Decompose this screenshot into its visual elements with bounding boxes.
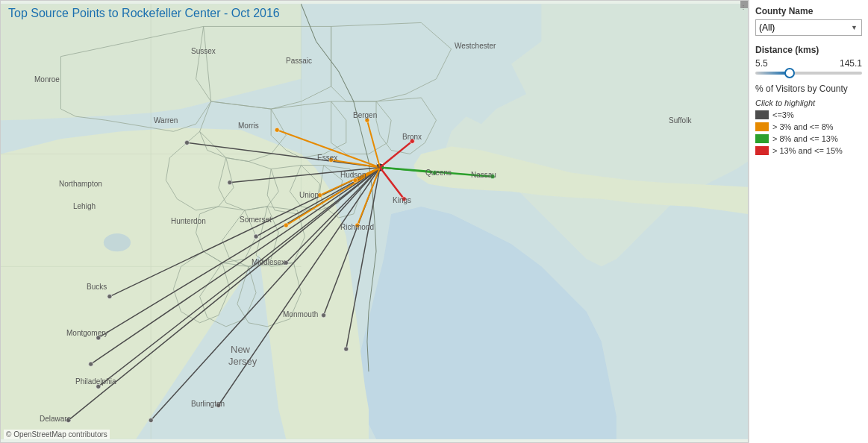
label-northampton: Northampton bbox=[59, 180, 102, 188]
label-bronx: Bronx bbox=[402, 133, 422, 141]
county-filter-label: County Name bbox=[755, 6, 862, 16]
label-monmouth: Monmouth bbox=[283, 310, 318, 318]
legend-item-4[interactable]: > 13% and <= 15% bbox=[755, 146, 862, 155]
label-bucks: Bucks bbox=[87, 283, 107, 291]
label-somerset: Somerset bbox=[240, 216, 272, 224]
label-hudson: Hudson bbox=[340, 171, 366, 179]
label-richmond: Richmond bbox=[340, 223, 374, 231]
legend-item-3[interactable]: > 8% and <= 13% bbox=[755, 134, 862, 143]
label-philadelphia: Philadelphia bbox=[75, 377, 116, 386]
label-warren: Warren bbox=[154, 116, 178, 125]
label-morris: Morris bbox=[238, 122, 259, 130]
label-new: New bbox=[231, 344, 250, 355]
label-union: Union bbox=[299, 191, 319, 199]
label-hunterdon: Hunterdon bbox=[171, 217, 206, 225]
county-select[interactable]: (All) Bergen Essex Hudson Kings Nassau Q… bbox=[755, 19, 862, 36]
svg-point-36 bbox=[107, 295, 112, 299]
county-select-wrapper[interactable]: (All) Bergen Essex Hudson Kings Nassau Q… bbox=[755, 19, 862, 36]
map-panel: Top Source Points to Rockefeller Center … bbox=[0, 0, 749, 443]
legend-label-2: > 3% and <= 8% bbox=[772, 122, 834, 131]
svg-point-32 bbox=[89, 362, 93, 366]
legend-item-1[interactable]: <=3% bbox=[755, 110, 862, 119]
legend-label-4: > 13% and <= 15% bbox=[772, 146, 843, 155]
map-title: Top Source Points to Rockefeller Center … bbox=[8, 7, 280, 20]
legend-color-3 bbox=[755, 134, 769, 143]
svg-point-43 bbox=[254, 234, 258, 239]
legend-label-3: > 8% and <= 13% bbox=[772, 134, 838, 143]
legend-color-1 bbox=[755, 110, 769, 119]
svg-point-34 bbox=[149, 418, 153, 423]
label-montgomery: Montgomery bbox=[66, 329, 108, 337]
svg-point-48 bbox=[275, 128, 279, 132]
label-jersey: Jersey bbox=[228, 356, 257, 367]
label-sussex: Sussex bbox=[191, 47, 216, 55]
distance-slider[interactable] bbox=[755, 72, 862, 75]
label-monroe: Monroe bbox=[34, 75, 60, 84]
svg-point-5 bbox=[104, 233, 131, 251]
label-suffolk: Suffolk bbox=[669, 116, 691, 125]
svg-point-40 bbox=[322, 313, 326, 318]
label-queens: Queens bbox=[425, 169, 452, 177]
svg-point-51 bbox=[284, 223, 288, 227]
distance-filter-section: Distance (kms) 5.5 145.1 bbox=[755, 45, 862, 75]
resize-handle[interactable] bbox=[740, 1, 748, 8]
distance-label: Distance (kms) bbox=[755, 45, 862, 55]
svg-point-41 bbox=[344, 347, 349, 351]
label-passaic: Passaic bbox=[286, 57, 312, 65]
label-kings: Kings bbox=[393, 196, 411, 204]
sidebar: County Name (All) Bergen Essex Hudson Ki… bbox=[749, 0, 868, 443]
main-container: Top Source Points to Rockefeller Center … bbox=[0, 0, 868, 443]
svg-point-38 bbox=[228, 180, 232, 185]
svg-point-44 bbox=[184, 140, 189, 145]
legend-color-2 bbox=[755, 122, 769, 131]
distance-max: 145.1 bbox=[840, 58, 862, 69]
legend-title: % of Visitors by County bbox=[755, 84, 862, 95]
label-delaware: Delaware bbox=[40, 415, 71, 423]
legend-color-4 bbox=[755, 146, 769, 155]
label-westchester: Westchester bbox=[455, 42, 496, 50]
label-nassau: Nassau bbox=[471, 171, 496, 179]
label-bergen: Bergen bbox=[353, 111, 377, 119]
distance-min: 5.5 bbox=[755, 58, 768, 69]
legend-subtitle: Click to highlight bbox=[755, 98, 862, 107]
label-essex: Essex bbox=[317, 154, 337, 162]
legend-label-1: <=3% bbox=[772, 110, 794, 119]
label-burlington: Burlington bbox=[191, 400, 225, 408]
label-middlesex: Middlesex bbox=[252, 258, 285, 266]
label-lehigh: Lehigh bbox=[73, 202, 96, 210]
legend-section: % of Visitors by County Click to highlig… bbox=[755, 84, 862, 155]
map-svg bbox=[1, 1, 748, 442]
map-attribution: © OpenStreetMap contributors bbox=[4, 430, 110, 439]
legend-item-2[interactable]: > 3% and <= 8% bbox=[755, 122, 862, 131]
county-filter-section: County Name (All) Bergen Essex Hudson Ki… bbox=[755, 6, 862, 36]
distance-values: 5.5 145.1 bbox=[755, 58, 862, 69]
